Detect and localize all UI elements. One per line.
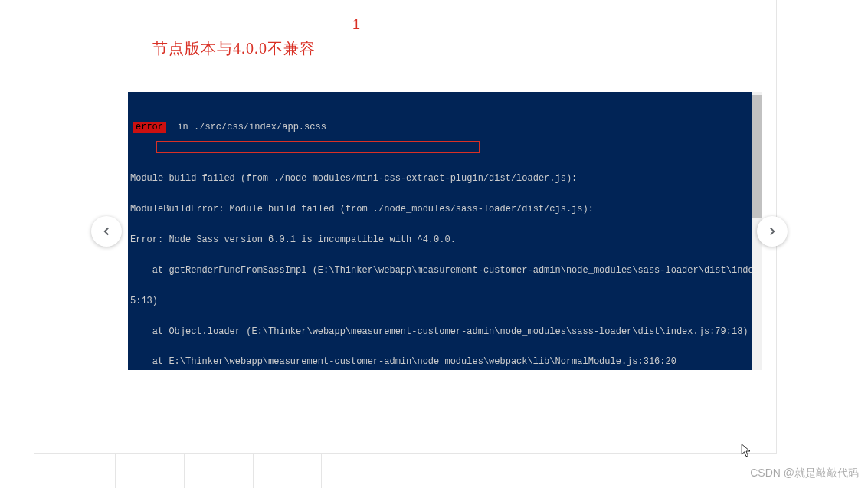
annotation-mark: 1 xyxy=(352,17,360,33)
terminal-line: at E:\Thinker\webapp\measurement-custome… xyxy=(128,357,752,367)
scrollbar-thumb[interactable] xyxy=(752,95,762,218)
terminal-line: 5:13) xyxy=(128,296,752,306)
csdn-watermark: CSDN @就是敲敲代码 xyxy=(750,467,859,480)
annotation-text: 节点版本与4.0.0不兼容 xyxy=(152,38,316,59)
content-frame: 1 节点版本与4.0.0不兼容 error in ./src/css/index… xyxy=(34,0,777,454)
terminal-line: at Object.loader (E:\Thinker\webapp\meas… xyxy=(128,327,752,337)
terminal-line: Error: Node Sass version 6.0.1 is incomp… xyxy=(128,235,752,245)
prev-image-button[interactable] xyxy=(91,216,122,247)
error-in-path: in ./src/css/index/app.scss xyxy=(166,122,326,133)
bottom-table-cells xyxy=(115,454,322,488)
terminal-line: at getRenderFuncFromSassImpl (E:\Thinker… xyxy=(128,266,752,276)
chevron-left-icon xyxy=(100,224,113,238)
terminal-line: Module build failed (from ./node_modules… xyxy=(128,174,752,184)
terminal-output: error in ./src/css/index/app.scss Module… xyxy=(128,92,752,370)
chevron-right-icon xyxy=(765,224,779,238)
error-badge: error xyxy=(133,122,166,133)
terminal-line: ModuleBuildError: Module build failed (f… xyxy=(128,205,752,215)
next-image-button[interactable] xyxy=(757,216,788,247)
